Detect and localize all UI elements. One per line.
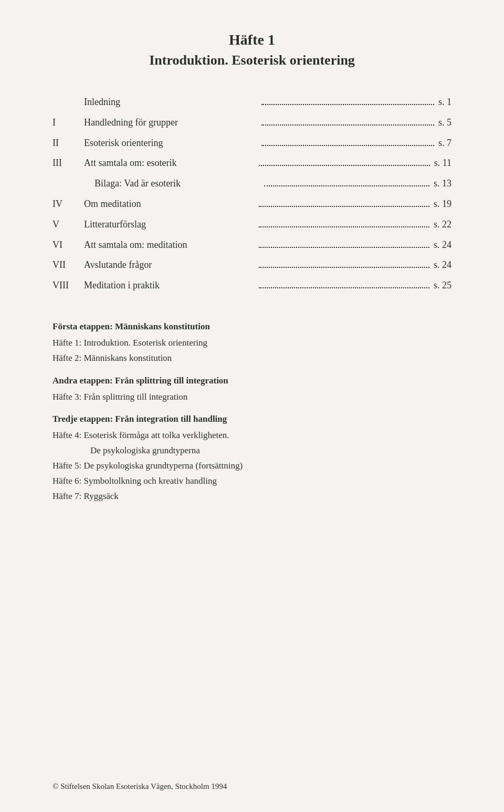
series-block: Första etappen: Människans konstitution …: [52, 319, 452, 504]
page-subtitle: Introduktion. Esoterisk orientering: [52, 53, 452, 68]
toc-dots-5: [259, 226, 429, 227]
toc-title-6: Att samtala om: meditation: [84, 237, 255, 253]
stage1-item-2: Häfte 2: Människans konstitution: [52, 351, 452, 366]
toc-dots-bilaga: [264, 185, 429, 186]
toc-dots-4: [259, 206, 429, 207]
toc-page-8: s. 25: [434, 278, 452, 293]
toc-title-5: Litteraturförslag: [84, 217, 255, 232]
toc-dots-1: [261, 124, 435, 126]
toc-page-6: s. 24: [434, 237, 452, 253]
toc-dots-8: [259, 287, 429, 288]
toc-title-7: Avslutande frågor: [84, 257, 255, 273]
toc-title-8: Meditation i praktik: [84, 278, 255, 293]
stage3-item-4: Häfte 7: Ryggsäck: [52, 489, 452, 504]
toc-row-8: VIII Meditation i praktik s. 25: [52, 278, 452, 293]
toc-page-bilaga: s. 13: [434, 176, 452, 191]
toc-title-0: Inledning: [84, 95, 257, 110]
stage3-item-2: Häfte 5: De psykologiska grundtyperna (f…: [52, 459, 452, 474]
toc-row-inledning: Inledning s. 1: [52, 95, 452, 110]
toc-page-2: s. 7: [438, 136, 452, 151]
stage3-heading: Tredje etappen: Från integration till ha…: [52, 412, 452, 427]
toc-numeral-6: VI: [52, 237, 84, 253]
toc-numeral-3: III: [52, 155, 84, 171]
footer: © Stiftelsen Skolan Esoteriska Vägen, St…: [52, 782, 452, 791]
page-title: Häfte 1: [52, 32, 452, 48]
toc-row-7: VII Avslutande frågor s. 24: [52, 257, 452, 273]
toc-numeral-7: VII: [52, 257, 84, 273]
stage2-item-1: Häfte 3: Från splittring till integratio…: [52, 390, 452, 405]
toc-page-5: s. 22: [434, 217, 452, 232]
toc-dots-2: [261, 145, 435, 146]
toc-dots-6: [259, 247, 429, 248]
toc-title-3: Att samtala om: esoterik: [84, 155, 255, 171]
toc-title-2: Esoterisk orientering: [84, 136, 257, 151]
toc-row-1: I Handledning för grupper s. 5: [52, 115, 452, 130]
page: Häfte 1 Introduktion. Esoterisk orienter…: [0, 0, 504, 812]
toc-page-0: s. 1: [438, 95, 452, 110]
toc-page-1: s. 5: [438, 115, 452, 130]
toc-row-3: III Att samtala om: esoterik s. 11: [52, 155, 452, 171]
toc-numeral-8: VIII: [52, 278, 84, 293]
stage3-item-3: Häfte 6: Symboltolkning och kreativ hand…: [52, 474, 452, 489]
toc-row-6: VI Att samtala om: meditation s. 24: [52, 237, 452, 253]
toc-page-4: s. 19: [434, 196, 452, 212]
copyright-text: © Stiftelsen Skolan Esoteriska Vägen, St…: [52, 782, 227, 791]
stage3-item-1b: De psykologiska grundtyperna: [52, 443, 452, 459]
toc-dots-0: [261, 104, 435, 105]
stage3-item-1: Häfte 4: Esoterisk förmåga att tolka ver…: [52, 428, 452, 443]
toc-numeral-4: IV: [52, 196, 84, 212]
table-of-contents: Inledning s. 1 I Handledning för grupper…: [52, 95, 452, 293]
stage2-heading: Andra etappen: Från splittring till inte…: [52, 373, 452, 389]
stage1-heading: Första etappen: Människans konstitution: [52, 319, 452, 335]
toc-row-2: II Esoterisk orientering s. 7: [52, 136, 452, 151]
toc-page-3: s. 11: [434, 155, 452, 171]
toc-row-5: V Litteraturförslag s. 22: [52, 217, 452, 232]
toc-numeral-5: V: [52, 217, 84, 232]
toc-title-4: Om meditation: [84, 196, 255, 212]
toc-row-bilaga: Bilaga: Vad är esoterik s. 13: [52, 176, 452, 191]
stage1-item-1: Häfte 1: Introduktion. Esoterisk oriente…: [52, 336, 452, 351]
toc-numeral-1: I: [52, 115, 84, 130]
toc-title-1: Handledning för grupper: [84, 115, 257, 130]
toc-page-7: s. 24: [434, 257, 452, 273]
toc-dots-7: [259, 267, 429, 268]
toc-dots-3: [259, 165, 429, 166]
toc-row-4: IV Om meditation s. 19: [52, 196, 452, 212]
toc-title-bilaga: Bilaga: Vad är esoterik: [94, 176, 260, 191]
toc-numeral-2: II: [52, 136, 84, 151]
